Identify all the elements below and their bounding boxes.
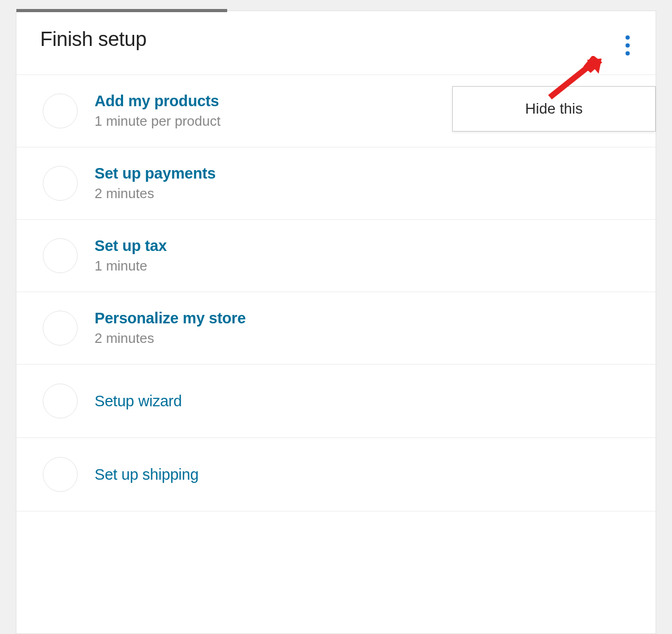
task-status-circle-icon [43,311,78,346]
task-personalize-my-store[interactable]: Personalize my store 2 minutes [16,292,656,365]
task-status-circle-icon [43,384,78,418]
task-status-circle-icon [43,94,78,128]
setup-task-list: Add my products 1 minute per product Set… [16,75,656,511]
task-title[interactable]: Set up tax [95,237,167,255]
task-text: Set up tax 1 minute [95,237,167,274]
task-title[interactable]: Set up shipping [95,466,199,483]
more-vertical-icon [626,35,630,40]
task-text: Setup wizard [95,393,182,410]
task-status-circle-icon [43,238,78,273]
page-title: Finish setup [40,28,146,51]
task-subtitle: 1 minute per product [95,113,220,129]
task-subtitle: 1 minute [95,258,167,274]
task-title[interactable]: Setup wizard [95,393,182,410]
task-title[interactable]: Set up payments [95,165,216,182]
hide-this-option[interactable]: Hide this [453,87,655,131]
more-vertical-icon [626,51,630,55]
task-text: Personalize my store 2 minutes [95,310,246,347]
panel-header: Finish setup [16,11,656,75]
finish-setup-panel: Finish setup Hide this Add my products 1… [16,11,656,634]
task-subtitle: 2 minutes [95,185,216,202]
task-status-circle-icon [43,457,78,492]
more-options-button[interactable] [623,31,632,60]
task-subtitle: 2 minutes [95,330,246,347]
task-set-up-shipping[interactable]: Set up shipping [16,438,656,511]
task-set-up-tax[interactable]: Set up tax 1 minute [16,220,656,292]
options-popover: Hide this [452,86,656,132]
more-vertical-icon [626,43,630,48]
task-text: Add my products 1 minute per product [95,92,220,129]
task-text: Set up shipping [95,466,199,483]
task-status-circle-icon [43,166,78,201]
task-set-up-payments[interactable]: Set up payments 2 minutes [16,147,656,220]
task-title[interactable]: Personalize my store [95,310,246,327]
task-text: Set up payments 2 minutes [95,165,216,202]
task-setup-wizard[interactable]: Setup wizard [16,365,656,438]
task-title[interactable]: Add my products [95,92,220,110]
